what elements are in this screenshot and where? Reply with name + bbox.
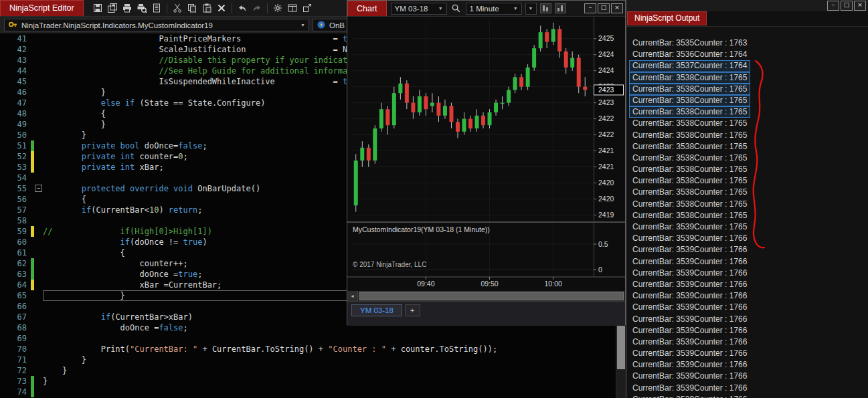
output-row[interactable]: CurrentBar: 3538Counter : 1765: [629, 199, 750, 210]
class-selector-dropdown[interactable]: NinjaTrader.NinjaScript.Indicators.MyCus…: [4, 19, 309, 31]
output-row[interactable]: CurrentBar: 3539Counter : 1766: [629, 383, 750, 394]
output-row[interactable]: CurrentBar: 3539Counter : 1766: [629, 268, 750, 279]
close-button[interactable]: ×: [854, 1, 866, 11]
cut-icon: [172, 3, 183, 13]
output-row[interactable]: CurrentBar: 3539Counter : 1766: [629, 302, 750, 313]
method-icon: [317, 20, 326, 31]
output-row[interactable]: CurrentBar: 3539Counter : 1766: [629, 279, 750, 290]
code-line[interactable]: 72 }: [0, 365, 616, 376]
redo-button[interactable]: [250, 1, 264, 15]
output-row[interactable]: CurrentBar: 3538Counter : 1765: [629, 153, 750, 164]
code-line[interactable]: 71 }: [0, 355, 616, 365]
minimize-button[interactable]: –: [827, 1, 839, 11]
fold-margin: [34, 365, 43, 376]
svg-text:09:50: 09:50: [481, 280, 498, 288]
line-number: 51: [0, 140, 31, 151]
scroll-left-button[interactable]: ◄: [347, 291, 358, 301]
svg-text:2422: 2422: [598, 114, 614, 122]
restore-button[interactable]: □: [598, 3, 610, 13]
output-row[interactable]: CurrentBar: 3539Counter : 1766: [629, 325, 750, 336]
save-all-button[interactable]: [105, 1, 120, 15]
code-line[interactable]: 73}: [0, 376, 616, 387]
code-text: }: [43, 376, 616, 387]
add-tab-button[interactable]: +: [405, 304, 420, 316]
paste-button[interactable]: [199, 1, 214, 15]
output-row[interactable]: CurrentBar: 3539Counter : 1766: [629, 256, 750, 268]
output-row[interactable]: CurrentBar: 3538Counter : 1765: [629, 141, 750, 153]
svg-text:2422: 2422: [598, 130, 614, 138]
restore-button[interactable]: □: [841, 1, 853, 11]
code-line[interactable]: 70 Print("CurrentBar: " + CurrentBar.ToS…: [0, 344, 616, 355]
output-row[interactable]: CurrentBar: 3539Counter : 1766: [629, 314, 750, 325]
save-button[interactable]: [90, 1, 105, 15]
chart-window-bottom-edge: [347, 319, 625, 326]
output-row[interactable]: CurrentBar: 3535Counter : 1763: [629, 37, 750, 49]
code-line[interactable]: 69: [0, 333, 616, 344]
line-number: 59: [0, 226, 31, 237]
window-layout-button[interactable]: [285, 1, 300, 15]
output-row[interactable]: CurrentBar: 3538Counter : 1765: [629, 106, 750, 118]
output-titlebar: – □ ×: [626, 0, 868, 11]
output-row[interactable]: CurrentBar: 3539Counter : 1766: [629, 336, 750, 348]
output-row[interactable]: CurrentBar: 3537Counter : 1764: [629, 60, 750, 72]
chart-style-bar-button[interactable]: [555, 3, 566, 13]
price-chart-canvas[interactable]: 2425242424242423242324222422242124212420…: [347, 17, 625, 291]
output-row[interactable]: CurrentBar: 3538Counter : 1765: [629, 210, 750, 221]
scrollbar-thumb[interactable]: [359, 292, 624, 300]
output-row[interactable]: CurrentBar: 3539Counter : 1766: [629, 371, 750, 382]
chart-style-candlestick-button[interactable]: [540, 3, 551, 13]
chart-tab-ym-03-18[interactable]: YM 03-18: [351, 304, 402, 316]
chart-window: Chart YM 03-18 ▼ 1 Minute ▼ ▼ – □: [347, 0, 626, 325]
collapse-toggle-icon[interactable]: −: [34, 183, 43, 194]
output-row[interactable]: CurrentBar: 3539Counter : 1766: [629, 290, 750, 302]
undo-button[interactable]: [235, 1, 250, 15]
chart-horizontal-scrollbar[interactable]: ◄: [347, 291, 625, 301]
svg-text:2423: 2423: [598, 98, 614, 106]
instrument-selector[interactable]: YM 03-18 ▼: [391, 3, 447, 15]
output-row[interactable]: CurrentBar: 3538Counter : 1765: [629, 118, 750, 129]
svg-text:2421: 2421: [598, 163, 614, 171]
compile-button[interactable]: [270, 1, 285, 15]
cut-button[interactable]: [170, 1, 185, 15]
output-row[interactable]: CurrentBar: 3539Counter : 1766: [629, 233, 750, 244]
save-icon: [92, 3, 103, 13]
output-row[interactable]: CurrentBar: 3539Counter : 1765: [629, 221, 750, 233]
copy-button[interactable]: [185, 1, 199, 15]
editor-title: NinjaScript Editor: [0, 0, 84, 16]
output-row[interactable]: CurrentBar: 3538Counter : 1765: [629, 95, 750, 106]
search-icon[interactable]: [450, 3, 462, 15]
chevron-down-icon: ▼: [300, 23, 305, 27]
interval-menu-chevron[interactable]: ▼: [525, 3, 537, 15]
method-selector-value: OnB: [329, 21, 345, 29]
chart-title: Chart: [347, 1, 387, 16]
line-number: 67: [0, 312, 31, 322]
output-row[interactable]: CurrentBar: 3539Counter : 1766: [629, 359, 750, 371]
line-number: 58: [0, 215, 31, 226]
page-setup-button[interactable]: [149, 1, 164, 15]
code-line[interactable]: 74: [0, 387, 616, 397]
output-row[interactable]: CurrentBar: 3536Counter : 1764: [629, 49, 750, 60]
output-row[interactable]: CurrentBar: 3538Counter : 1765: [629, 84, 750, 95]
copy-icon: [187, 3, 197, 13]
output-row[interactable]: CurrentBar: 3539Counter : 1766: [629, 348, 750, 359]
interval-selector[interactable]: 1 Minute ▼: [466, 3, 522, 15]
indicator-file-icon: [8, 19, 18, 31]
print-preview-button[interactable]: [135, 1, 149, 15]
fold-margin: [34, 322, 43, 333]
print-button[interactable]: [120, 1, 135, 15]
output-row[interactable]: CurrentBar: 3538Counter : 1765: [629, 130, 750, 141]
toolbar-separator: [267, 3, 268, 13]
delete-button[interactable]: [214, 1, 229, 15]
chart-titlebar: Chart YM 03-18 ▼ 1 Minute ▼ ▼ – □: [347, 1, 625, 17]
output-row[interactable]: CurrentBar: 3539Counter : 1766: [629, 244, 750, 256]
output-row[interactable]: CurrentBar: 3538Counter : 1765: [629, 164, 750, 175]
fold-margin: [34, 194, 43, 205]
output-row[interactable]: CurrentBar: 3538Counter : 1765: [629, 187, 750, 198]
output-row[interactable]: CurrentBar: 3539Counter : 1766: [629, 394, 750, 398]
output-row[interactable]: CurrentBar: 3538Counter : 1765: [629, 175, 750, 187]
export-button[interactable]: [300, 1, 315, 15]
close-button[interactable]: ×: [611, 3, 623, 13]
output-row[interactable]: CurrentBar: 3538Counter : 1765: [629, 72, 750, 84]
toolbar-separator: [167, 3, 167, 13]
minimize-button[interactable]: –: [584, 3, 596, 13]
